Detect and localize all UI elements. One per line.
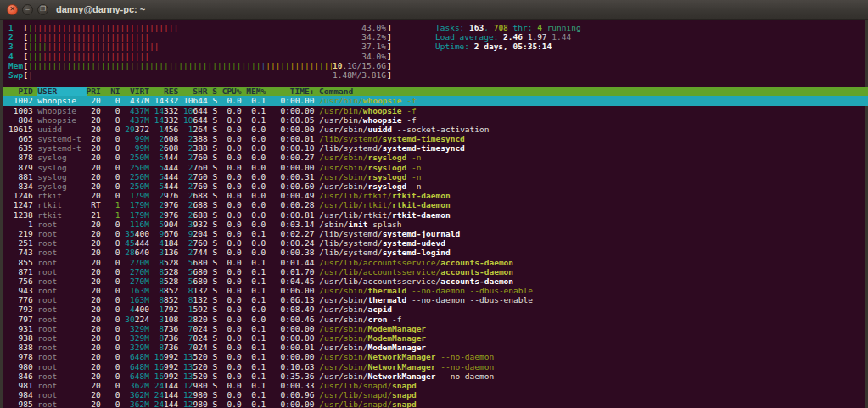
process-row[interactable]: 10615 uuidd 20 0 29372 1456 1264 S 0.0 0… [3, 125, 868, 134]
minimize-icon[interactable]: – [22, 4, 33, 15]
bracket-close: ] [387, 61, 392, 70]
state-cell: S [212, 153, 221, 162]
process-row[interactable]: 943 root 20 0 163M 8852 8132 S 0.0 0.1 0… [3, 286, 868, 295]
pri-cell: 20 [87, 229, 106, 238]
process-row[interactable]: 838 root 20 0 329M 8736 7024 S 0.0 0.1 0… [3, 343, 868, 352]
process-row[interactable]: 984 root 20 0 362M 24144 12980 S 0.0 0.1… [3, 390, 868, 400]
user-cell: uuidd [37, 125, 86, 134]
pid-cell: 879 [8, 163, 37, 172]
command-cell: /usr/lib/accountsservice/accounts-daemon [319, 277, 513, 286]
command-cell: /usr/sbin/ModemManager [319, 333, 426, 343]
pri-cell: 20 [87, 125, 106, 134]
process-row[interactable]: 980 root 20 0 648M 16992 13520 S 0.0 0.1… [3, 362, 868, 372]
process-row[interactable]: 878 syslog 20 0 250M 5444 2760 S 0.0 0.0… [3, 153, 868, 162]
command-cell: /usr/sbin/rsyslogd -n [319, 153, 421, 162]
process-row-selected[interactable]: 1002 whoopsie 20 0 437M 14332 10644 S 0.… [3, 96, 868, 105]
process-row[interactable]: 879 syslog 20 0 250M 5444 2760 S 0.0 0.0… [3, 163, 868, 172]
process-row[interactable]: 635 systemd-t 20 0 99M 2608 2388 S 0.0 0… [3, 143, 868, 153]
time-cell: 0:03.14 [271, 220, 319, 229]
user-cell: root [37, 258, 86, 267]
time-cell: 0:00.00 [271, 400, 319, 408]
command-cell: /lib/systemd/systemd-timesyncd [319, 143, 465, 153]
process-row[interactable]: 1246 rtkit 20 0 179M 2976 2688 S 0.0 0.0… [3, 191, 868, 200]
state-cell: S [212, 96, 221, 105]
user-cell: root [37, 248, 86, 257]
maximize-icon[interactable]: ❐ [37, 4, 48, 15]
user-cell: whoopsie [37, 106, 86, 115]
process-row[interactable]: 665 systemd-t 20 0 99M 2608 2388 S 0.0 0… [3, 134, 868, 143]
cpu-percent-cell: 0.0 [222, 238, 247, 248]
cpu-percent-cell: 0.0 [222, 163, 247, 172]
nice-cell: 0 [105, 295, 125, 305]
terminal[interactable]: 1 [|||||||||||||||||||||||||||||||43.0%]… [0, 20, 868, 408]
nice-cell: 0 [105, 381, 125, 390]
process-row[interactable]: 219 root 20 0 35400 9676 9204 S 0.0 0.1 … [3, 229, 868, 238]
nice-cell: 0 [105, 267, 125, 277]
state-cell: S [212, 277, 221, 286]
process-row[interactable]: 1 root 20 0 116M 5904 3932 S 0.0 0.0 0:0… [3, 220, 868, 229]
mem-percent-cell: 0.0 [246, 191, 271, 200]
time-cell: 0:06.13 [271, 295, 319, 305]
nice-cell: 0 [105, 248, 125, 257]
nice-cell: 0 [105, 125, 125, 134]
cpu-percent-cell: 0.0 [222, 229, 247, 238]
process-row[interactable]: 804 whoopsie 20 0 437M 14332 10644 S 0.0… [3, 115, 868, 125]
bracket-close: ] [387, 23, 392, 32]
close-icon[interactable]: ✕ [7, 4, 18, 15]
process-row[interactable]: 871 root 20 0 270M 8528 5680 S 0.0 0.1 0… [3, 267, 868, 277]
process-row[interactable]: 834 syslog 20 0 250M 5444 2760 S 0.0 0.0… [3, 182, 868, 191]
column-header-user-sorted[interactable]: USER [37, 87, 86, 96]
process-row[interactable]: 793 root 20 0 4400 1792 1592 S 0.0 0.0 0… [3, 305, 868, 314]
mem-percent-cell: 0.1 [246, 229, 271, 238]
command-cell: /usr/sbin/ModemManager [319, 324, 426, 333]
process-row[interactable]: 981 root 20 0 362M 24144 12980 S 0.0 0.1… [3, 381, 868, 390]
process-row[interactable]: 855 root 20 0 270M 8528 5680 S 0.0 0.1 0… [3, 258, 868, 267]
state-cell: S [212, 305, 221, 314]
command-cell: /usr/lib/rtkit/rtkit-daemon [319, 191, 450, 200]
user-cell: systemd-t [37, 134, 86, 143]
pri-cell: 20 [87, 182, 106, 191]
process-row[interactable]: 756 root 20 0 270M 8528 5680 S 0.0 0.1 0… [3, 277, 868, 286]
column-header-pid: PID [8, 87, 37, 96]
cpu-percent-cell: 0.0 [222, 106, 247, 115]
command-cell: /usr/sbin/NetworkManager --no-daemon [319, 352, 494, 361]
process-row[interactable]: 797 root 20 0 30224 3108 2820 S 0.0 0.0 … [3, 315, 868, 324]
process-row[interactable]: 251 root 20 0 45444 4184 2760 S 0.0 0.0 … [3, 238, 868, 248]
nice-cell: 1 [105, 200, 125, 210]
process-row[interactable]: 846 root 20 0 648M 16992 13520 S 0.0 0.1… [3, 372, 868, 381]
time-cell: 0:00.96 [271, 390, 319, 400]
process-row[interactable]: 776 root 20 0 163M 8852 8132 S 0.0 0.1 0… [3, 295, 868, 305]
pri-cell: 20 [87, 106, 106, 115]
process-row[interactable]: 881 syslog 20 0 250M 5444 2760 S 0.0 0.0… [3, 172, 868, 182]
process-row[interactable]: 1003 whoopsie 20 0 437M 14332 10644 S 0.… [3, 106, 868, 115]
user-cell: root [37, 362, 86, 372]
time-cell: 0:08.49 [271, 305, 319, 314]
column-header-command: Command [319, 87, 353, 96]
mem-percent-cell: 0.1 [246, 267, 271, 277]
process-row[interactable]: 931 root 20 0 329M 8736 7024 S 0.0 0.1 0… [3, 324, 868, 333]
bracket-close: ] [387, 32, 392, 42]
state-cell: S [212, 220, 221, 229]
mem-percent-cell: 0.0 [246, 220, 271, 229]
mem-percent-cell: 0.1 [246, 258, 271, 267]
pid-cell: 931 [8, 324, 37, 333]
cpu-percent-cell: 0.0 [222, 200, 247, 210]
pid-cell: 251 [8, 238, 37, 248]
pid-cell: 871 [8, 267, 37, 277]
process-row[interactable]: 985 root 20 0 362M 24144 12980 S 0.0 0.1… [3, 400, 868, 408]
state-cell: S [212, 106, 221, 115]
process-row[interactable]: 1247 rtkit RT 1 179M 2976 2688 S 0.0 0.0… [3, 200, 868, 210]
time-cell: 0:00.00 [271, 333, 319, 343]
pri-cell: 20 [87, 352, 106, 361]
mem-percent-cell: 0.1 [246, 343, 271, 352]
process-row[interactable]: 938 root 20 0 329M 8736 7024 S 0.0 0.1 0… [3, 333, 868, 343]
cpu-percent-cell: 0.0 [222, 286, 247, 295]
state-cell: S [212, 182, 221, 191]
user-cell: root [37, 343, 86, 352]
process-row[interactable]: 1238 rtkit 21 1 179M 2976 2688 S 0.0 0.0… [3, 210, 868, 220]
process-row[interactable]: 978 root 20 0 648M 16992 13520 S 0.0 0.1… [3, 352, 868, 361]
process-row[interactable]: 743 root 20 0 28640 3136 2744 S 0.0 0.0 … [3, 248, 868, 257]
pid-cell: 1002 [8, 96, 37, 105]
mem-percent-cell: 0.0 [246, 210, 271, 220]
command-cell: /usr/sbin/thermald --no-daemon --dbus-en… [319, 286, 533, 295]
